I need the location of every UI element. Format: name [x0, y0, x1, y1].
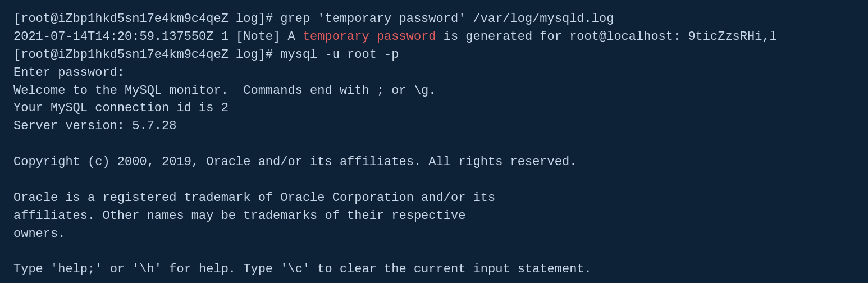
line2-after: is generated for root@localhost: 9ticZzs… — [436, 30, 777, 44]
terminal-line-11: owners. — [13, 225, 855, 243]
terminal-window: [root@iZbp1hkd5sn17e4km9c4qeZ log]# grep… — [13, 10, 855, 279]
blank-line-1 — [13, 135, 855, 153]
line2-before: 2021-07-14T14:20:59.137550Z 1 [Note] A — [13, 30, 303, 44]
terminal-line-3: [root@iZbp1hkd5sn17e4km9c4qeZ log]# mysq… — [13, 46, 855, 64]
blank-line-3 — [13, 243, 855, 261]
terminal-line-9: Oracle is a registered trademark of Orac… — [13, 189, 855, 207]
terminal-line-2: 2021-07-14T14:20:59.137550Z 1 [Note] A t… — [13, 28, 855, 46]
terminal-line-12: Type 'help;' or '\h' for help. Type '\c'… — [13, 261, 855, 279]
terminal-line-1: [root@iZbp1hkd5sn17e4km9c4qeZ log]# grep… — [13, 10, 855, 28]
terminal-line-10: affiliates. Other names may be trademark… — [13, 207, 855, 225]
line2-highlight: temporary password — [303, 30, 436, 44]
terminal-line-5: Welcome to the MySQL monitor. Commands e… — [13, 82, 855, 100]
terminal-line-7: Server version: 5.7.28 — [13, 117, 855, 135]
terminal-line-6: Your MySQL connection id is 2 — [13, 99, 855, 117]
terminal-line-8: Copyright (c) 2000, 2019, Oracle and/or … — [13, 153, 855, 171]
blank-line-2 — [13, 171, 855, 189]
terminal-line-4: Enter password: — [13, 64, 855, 82]
